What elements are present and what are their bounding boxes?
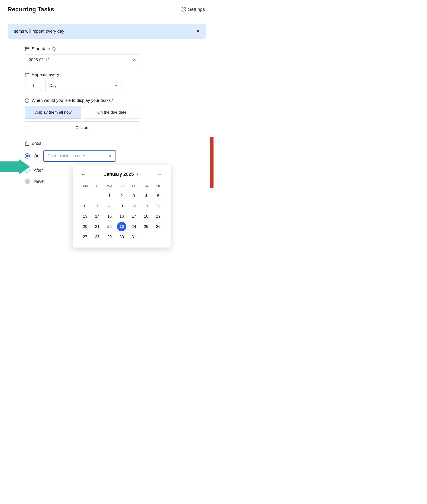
calendar-day-9[interactable]: 9	[117, 201, 126, 211]
calendar-month-title[interactable]: January 2025	[104, 171, 139, 177]
calendar-day-18[interactable]: 18	[141, 212, 151, 221]
ends-after-label: After	[34, 168, 43, 173]
ends-title: Ends	[32, 141, 41, 146]
calendar-day-3[interactable]: 3	[129, 191, 138, 200]
calendar-day-22[interactable]: 22	[105, 222, 114, 231]
calendar-day-29[interactable]: 29	[105, 232, 114, 242]
settings-label: Settings	[188, 7, 205, 12]
ends-on-label: On	[34, 153, 39, 159]
calendar-day-16[interactable]: 16	[117, 212, 126, 221]
repeat-number-input[interactable]	[25, 80, 42, 91]
repeat-unit-value: Day	[49, 83, 57, 88]
page-title: Recurring Tasks	[8, 6, 54, 13]
calendar-day-19[interactable]: 19	[153, 212, 163, 221]
calendar-prev-button[interactable]: ←	[79, 171, 88, 178]
repeats-section: Repeats every Day	[8, 72, 206, 91]
calendar-day-6[interactable]: 6	[81, 201, 90, 211]
ends-calendar-icon	[25, 141, 30, 146]
display-section: When would you like to display your task…	[8, 98, 206, 134]
repeat-icon	[25, 72, 30, 77]
weekday-mo: Mo	[79, 183, 92, 190]
calendar-day-10[interactable]: 10	[129, 201, 138, 211]
calendar-day-20[interactable]: 20	[81, 222, 90, 231]
ends-on-clear-button[interactable]: ✕	[108, 153, 112, 158]
calendar-chevron-icon	[136, 172, 139, 176]
ends-never-radio[interactable]	[25, 179, 30, 184]
display-buttons: Display them all now On the due date Cus…	[25, 106, 140, 134]
repeat-row: Day	[25, 80, 206, 91]
ends-on-radio[interactable]	[25, 153, 30, 159]
calendar-day-25[interactable]: 25	[141, 222, 151, 231]
calendar-day-21[interactable]: 21	[93, 222, 102, 231]
calendar-day-empty	[93, 191, 102, 200]
calendar-day-15[interactable]: 15	[105, 212, 114, 221]
calendar-day-7[interactable]: 7	[93, 201, 102, 211]
calendar-day-12[interactable]: 12	[153, 201, 163, 211]
info-icon	[52, 47, 56, 51]
weekday-su: Su	[152, 183, 164, 190]
settings-button[interactable]: Settings	[181, 7, 205, 12]
svg-point-0	[183, 9, 184, 10]
calendar-header: ← January 2025 →	[79, 171, 164, 178]
calendar-day-27[interactable]: 27	[81, 232, 90, 242]
chevron-down-icon	[114, 84, 118, 88]
ends-on-date-input[interactable]: Click to select a date ✕	[43, 150, 116, 162]
calendar-day-24[interactable]: 24	[129, 222, 138, 231]
clock-icon	[25, 98, 30, 103]
calendar-day-1[interactable]: 1	[105, 191, 114, 200]
ends-label: Ends	[25, 141, 206, 146]
calendar-day-13[interactable]: 13	[81, 212, 90, 221]
svg-rect-1	[25, 47, 29, 51]
weekday-sa: Sa	[140, 183, 152, 190]
banner-close-button[interactable]: ✕	[196, 28, 200, 34]
weekday-fr: Fr	[128, 183, 140, 190]
calendar-day-26[interactable]: 26	[153, 222, 163, 231]
display-due-button[interactable]: On the due date	[84, 106, 140, 119]
calendar-day-14[interactable]: 14	[93, 212, 102, 221]
calendar-month-label: January 2025	[104, 171, 134, 177]
calendar-day-8[interactable]: 8	[105, 201, 114, 211]
display-label: When would you like to display your task…	[25, 98, 206, 103]
red-bar-annotation	[210, 137, 214, 188]
calendar-day-28[interactable]: 28	[93, 232, 102, 242]
arrow-annotation	[0, 159, 30, 174]
repeat-unit-select[interactable]: Day	[45, 80, 122, 91]
ends-on-row: On Click to select a date ✕	[25, 150, 206, 162]
calendar-day-30[interactable]: 30	[117, 232, 126, 242]
calendar-grid: Mo Tu We Th Fr Sa Su 1234567891011121314…	[79, 183, 164, 242]
banner-text: Items will repeat every day	[14, 29, 64, 34]
display-now-button[interactable]: Display them all now	[25, 106, 81, 119]
calendar-days: 1234567891011121314151617181920212223242…	[79, 191, 164, 242]
display-title: When would you like to display your task…	[32, 98, 113, 103]
calendar-day-31[interactable]: 31	[129, 232, 138, 242]
weekday-th: Th	[116, 183, 128, 190]
calendar-weekdays: Mo Tu We Th Fr Sa Su	[79, 183, 164, 190]
calendar-next-button[interactable]: →	[156, 171, 164, 178]
repeats-label: Repeats every	[25, 72, 206, 77]
svg-marker-13	[0, 159, 30, 174]
gear-icon	[181, 7, 186, 12]
main-content: Items will repeat every day ✕ Start date…	[0, 17, 214, 190]
start-date-label: Start date	[25, 46, 206, 51]
calendar-day-4[interactable]: 4	[141, 191, 151, 200]
calendar-day-17[interactable]: 17	[129, 212, 138, 221]
calendar-day-23[interactable]: 23	[117, 222, 126, 231]
start-date-title: Start date	[32, 46, 50, 51]
calendar-day-11[interactable]: 11	[141, 201, 151, 211]
calendar-dropdown: ← January 2025 → Mo Tu We Th Fr Sa Su 12…	[73, 165, 171, 247]
svg-rect-9	[25, 142, 29, 145]
page-header: Recurring Tasks Settings	[0, 0, 214, 17]
start-date-clear-button[interactable]: ✕	[133, 57, 136, 62]
calendar-day-empty	[81, 191, 90, 200]
start-date-section: Start date 2025-02-12 ✕	[8, 46, 206, 65]
start-date-value: 2025-02-12	[29, 57, 50, 62]
ends-on-placeholder: Click to select a date	[48, 153, 85, 158]
repeats-title: Repeats every	[32, 72, 59, 77]
calendar-day-2[interactable]: 2	[117, 191, 126, 200]
display-row-top: Display them all now On the due date	[25, 106, 140, 119]
start-date-input[interactable]: 2025-02-12 ✕	[25, 54, 140, 65]
calendar-day-5[interactable]: 5	[153, 191, 163, 200]
display-custom-button[interactable]: Custom	[25, 121, 140, 134]
weekday-tu: Tu	[92, 183, 104, 190]
calendar-icon	[25, 46, 30, 51]
